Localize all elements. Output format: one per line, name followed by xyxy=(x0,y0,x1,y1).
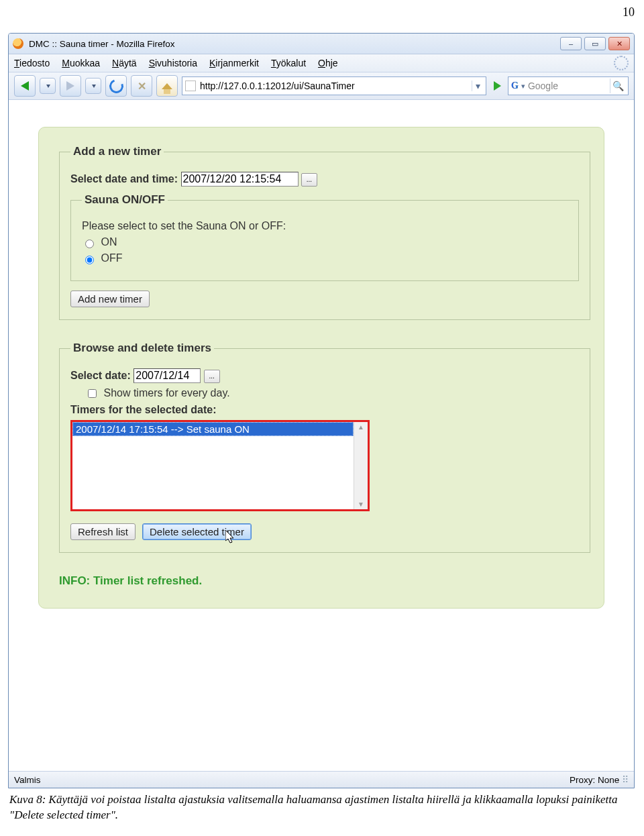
menu-history[interactable]: Sivuhistoria xyxy=(149,58,197,68)
timer-listbox-frame: 2007/12/14 17:15:54 --> Set sauna ON ▲ ▼ xyxy=(70,420,370,511)
window-maximize-button[interactable]: ▭ xyxy=(584,37,606,50)
scroll-down-icon[interactable]: ▼ xyxy=(358,501,364,508)
menu-edit[interactable]: Muokkaa xyxy=(62,58,100,68)
scroll-up-icon[interactable]: ▲ xyxy=(358,423,364,431)
browse-delete-fieldset: Browse and delete timers Select date: ..… xyxy=(59,342,590,553)
timer-listbox[interactable]: 2007/12/14 17:15:54 --> Set sauna ON xyxy=(72,422,354,509)
back-button[interactable] xyxy=(14,75,36,97)
sauna-on-label: ON xyxy=(101,236,117,248)
page-icon xyxy=(185,81,196,91)
add-timer-legend: Add a new timer xyxy=(70,145,164,158)
main-panel: Add a new timer Select date and time: ..… xyxy=(38,127,604,609)
sauna-onoff-prompt: Please select to set the Sauna ON or OFF… xyxy=(82,220,568,232)
status-left: Valmis xyxy=(14,775,41,785)
show-all-days-label: Show timers for every day. xyxy=(103,387,229,399)
page-number: 10 xyxy=(0,0,644,21)
search-icon[interactable]: 🔍 xyxy=(610,79,625,93)
timer-list-item[interactable]: 2007/12/14 17:15:54 --> Set sauna ON xyxy=(72,422,354,436)
throbber-icon xyxy=(614,56,629,70)
window-title: DMC :: Sauna timer - Mozilla Firefox xyxy=(29,39,560,49)
url-dropdown[interactable]: ▾ xyxy=(472,81,483,91)
info-message: INFO: Timer list refreshed. xyxy=(59,574,590,588)
status-right: Proxy: None xyxy=(570,775,619,785)
menubar: Tiedosto Muokkaa Näytä Sivuhistoria Kirj… xyxy=(9,54,634,72)
date-input[interactable] xyxy=(133,368,201,383)
menu-file[interactable]: Tiedosto xyxy=(14,58,50,68)
search-placeholder: Google xyxy=(528,81,558,91)
list-scrollbar[interactable]: ▲ ▼ xyxy=(354,422,368,509)
mouse-cursor-icon xyxy=(225,530,239,546)
home-button[interactable] xyxy=(156,75,178,97)
date-picker-button[interactable]: ... xyxy=(204,370,220,383)
datetime-input[interactable] xyxy=(181,172,299,187)
address-bar[interactable]: http://127.0.0.1:12012/ui/SaunaTimer ▾ xyxy=(182,76,486,95)
browser-window: DMC :: Sauna timer - Mozilla Firefox – ▭… xyxy=(8,33,635,788)
sauna-off-radio[interactable] xyxy=(85,256,94,264)
menu-tools[interactable]: Työkalut xyxy=(271,58,306,68)
select-date-label: Select date: xyxy=(70,370,131,381)
timers-for-date-label: Timers for the selected date: xyxy=(70,404,579,416)
browse-delete-legend: Browse and delete timers xyxy=(70,342,214,355)
refresh-list-button[interactable]: Refresh list xyxy=(70,523,136,540)
sauna-on-radio[interactable] xyxy=(85,240,94,248)
search-bar[interactable]: G ▾ Google 🔍 xyxy=(508,76,629,95)
menu-bookmarks[interactable]: Kirjanmerkit xyxy=(209,58,259,68)
navigation-toolbar: ✕ http://127.0.0.1:12012/ui/SaunaTimer ▾… xyxy=(9,72,634,100)
forward-button[interactable] xyxy=(60,75,81,97)
svg-marker-0 xyxy=(225,530,233,543)
forward-history-dropdown[interactable] xyxy=(85,78,101,94)
stop-button[interactable]: ✕ xyxy=(131,75,152,97)
sauna-off-label: OFF xyxy=(101,252,122,264)
resize-grip-icon[interactable]: ⠿ xyxy=(619,774,629,785)
firefox-icon xyxy=(13,38,23,49)
show-all-days-checkbox[interactable] xyxy=(88,389,97,398)
menu-view[interactable]: Näytä xyxy=(112,58,137,68)
select-datetime-label: Select date and time: xyxy=(70,173,178,185)
status-bar: Valmis Proxy: None ⠿ xyxy=(9,771,634,788)
add-timer-fieldset: Add a new timer Select date and time: ..… xyxy=(59,145,590,320)
window-close-button[interactable]: ✕ xyxy=(608,37,630,50)
figure-caption: Kuva 8: Käyttäjä voi poistaa listalta aj… xyxy=(9,792,636,823)
search-engine-icon[interactable]: G xyxy=(511,81,519,91)
window-minimize-button[interactable]: – xyxy=(560,37,582,50)
menu-help[interactable]: Ohje xyxy=(318,58,338,68)
window-titlebar: DMC :: Sauna timer - Mozilla Firefox – ▭… xyxy=(9,34,634,54)
reload-button[interactable] xyxy=(105,75,127,97)
sauna-onoff-fieldset: Sauna ON/OFF Please select to set the Sa… xyxy=(70,193,579,281)
datetime-picker-button[interactable]: ... xyxy=(301,173,317,187)
add-new-timer-button[interactable]: Add new timer xyxy=(70,291,150,307)
go-button[interactable] xyxy=(490,79,504,93)
page-content: Add a new timer Select date and time: ..… xyxy=(9,100,634,771)
back-history-dropdown[interactable] xyxy=(40,78,56,94)
sauna-onoff-legend: Sauna ON/OFF xyxy=(82,193,168,207)
url-text[interactable]: http://127.0.0.1:12012/ui/SaunaTimer xyxy=(200,81,468,91)
